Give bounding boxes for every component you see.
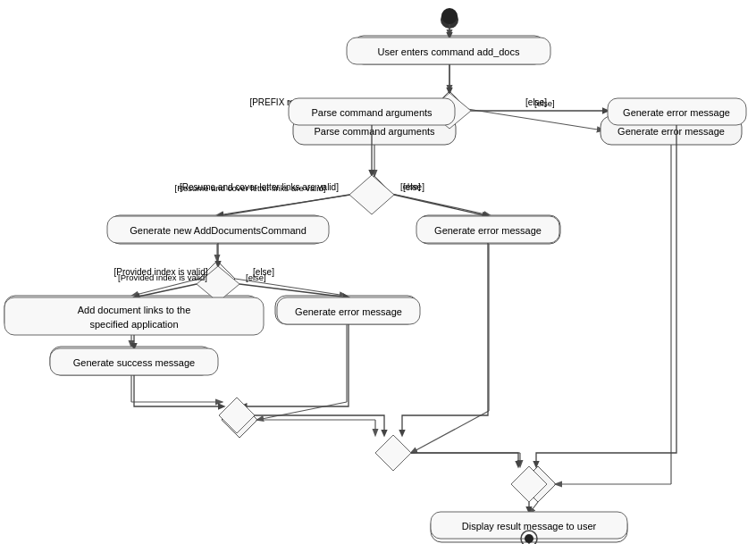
node-gen-err3: Generate error message [295, 306, 402, 317]
start-circle [441, 8, 458, 24]
svg-line-44 [218, 195, 349, 216]
node-gen-success: Generate success message [73, 357, 195, 368]
label-else3: [else] [246, 272, 266, 282]
diamond-index [197, 266, 239, 302]
diamond-merge3 [511, 466, 547, 502]
svg-line-49 [134, 284, 197, 297]
node-display-result: Display result message to user [462, 521, 597, 531]
diamond-merge2 [375, 435, 411, 471]
label-else1: [else] [534, 98, 555, 108]
end-inner-circle [525, 534, 533, 543]
svg-line-50 [239, 284, 349, 297]
node-user-enters: User enters command add_docs [378, 46, 520, 57]
label-index-valid: [Provided index is valid] [118, 272, 207, 282]
label-else2: [else] [400, 181, 421, 191]
node-add-doc-links1: Add document links to the [78, 305, 191, 315]
diamond-merge1 [219, 398, 255, 433]
node-gen-err2: Generate error message [434, 225, 542, 236]
node-add-doc-links2: specified application [89, 319, 178, 330]
diamond-links [349, 175, 394, 214]
activity-diagram: User enters command add_docs [PREFIX rs/… [0, 0, 756, 544]
node-gen-add-docs: Generate new AddDocumentsCommand [130, 225, 307, 236]
svg-line-45 [394, 195, 488, 216]
node-parse-args: Parse command arguments [311, 107, 433, 118]
node-gen-err1: Generate error message [623, 107, 730, 118]
label-links-valid: [Resume and cover letter links are valid… [175, 183, 326, 193]
